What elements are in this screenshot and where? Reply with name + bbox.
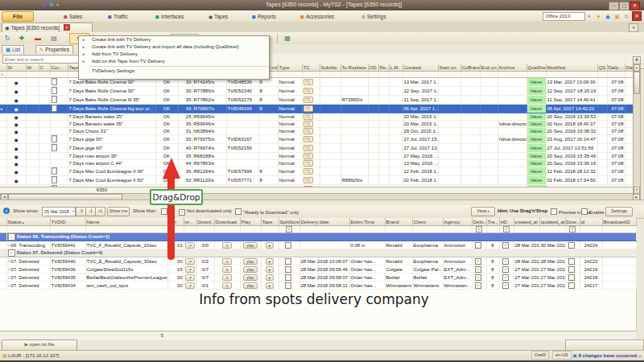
column-header[interactable]: CoBrand: [460, 64, 480, 72]
filter-row[interactable]: ✕✕✕✕: [0, 226, 636, 233]
filter-clear-icon[interactable]: ✕: [503, 226, 510, 232]
column-header[interactable]: re...: [184, 218, 196, 226]
play-button[interactable]: play: [243, 266, 257, 273]
quick-access-icons[interactable]: ◆◈▾: [42, 1, 61, 8]
filter-cell[interactable]: ✕: [499, 226, 514, 233]
filter-cell[interactable]: [385, 226, 412, 233]
column-header[interactable]: HD: [499, 218, 514, 226]
menu-item-create-link-import[interactable]: ●Create link with TV Delivery and import…: [79, 43, 269, 51]
theme-selector[interactable]: Office 2013: [543, 12, 585, 21]
tape-row[interactable]: ◉7 Days giga 40"OK40R76974/sTVID52156Nor…: [0, 144, 633, 153]
tape-button[interactable]: ▸: [266, 274, 275, 281]
filter-cell[interactable]: [486, 226, 499, 233]
refresh-icon[interactable]: ↻: [2, 34, 13, 43]
column-header[interactable]: Client: [412, 218, 443, 226]
menu-interfaces[interactable]: ◼Interfaces: [155, 13, 184, 21]
filter-cell[interactable]: [497, 72, 526, 78]
tape-row[interactable]: ◉7 Days Choco 31"OK31N63894/sNormalTC29 …: [0, 128, 633, 135]
download-button[interactable]: ∨: [222, 242, 232, 249]
column-header[interactable]: W: [26, 64, 39, 72]
filter-cell[interactable]: [602, 226, 636, 233]
checkbox-icon[interactable]: [551, 208, 557, 215]
checkbox-icon[interactable]: [568, 242, 575, 249]
filter-cell[interactable]: ✕: [279, 226, 299, 233]
filter-cell[interactable]: [480, 72, 497, 78]
filter-ready-checkbox[interactable]: "Ready to Download" only: [235, 208, 299, 215]
column-header[interactable]: End on: [480, 64, 497, 72]
filter-cell[interactable]: [184, 226, 196, 233]
filter-cell[interactable]: [539, 226, 565, 233]
tc-badge[interactable]: TC: [303, 128, 314, 134]
group-row[interactable]: −Status 06. Transcoding (Status Count=1): [0, 233, 636, 241]
column-header[interactable]: Tra...: [486, 218, 499, 226]
panel-corner-button[interactable]: [565, 339, 644, 351]
tc-badge[interactable]: TC: [303, 145, 314, 151]
column-header[interactable]: Delivery date: [299, 218, 349, 226]
column-header[interactable]: Subtitle: [320, 64, 341, 72]
tc-badge[interactable]: TC: [303, 105, 314, 112]
delivery-row[interactable]: ▪ 07. DeliveredTVID59435BetfairBestOddso…: [0, 274, 636, 282]
refresh-icon[interactable]: ↻: [622, 12, 630, 21]
tape-button[interactable]: ▸: [266, 258, 275, 265]
column-header[interactable]: Name: [85, 218, 167, 226]
help-icon[interactable]: ◉: [604, 12, 612, 21]
filter-cell[interactable]: [625, 72, 633, 78]
column-header[interactable]: L.M.: [389, 64, 402, 72]
tc-badge[interactable]: TC: [303, 177, 314, 183]
column-header[interactable]: Downl...: [196, 218, 214, 226]
filter-cell[interactable]: [85, 226, 167, 233]
collapse-icon[interactable]: −: [8, 249, 15, 257]
menu-item-create-link[interactable]: ●Create link with TV Delivery: [79, 36, 269, 43]
column-header[interactable]: C: [39, 64, 50, 72]
filter-cell[interactable]: [607, 72, 625, 78]
column-header[interactable]: Play: [240, 218, 261, 226]
menu-sales[interactable]: ◼Sales: [63, 13, 82, 21]
export-grid-icon[interactable]: ▦: [282, 34, 293, 43]
tape-row[interactable]: ◉7 Days Baraeto wake 25"OK25R59645/sNorm…: [0, 113, 633, 121]
column-header[interactable]: OD: [368, 64, 378, 72]
checkbox-icon[interactable]: [502, 274, 509, 281]
column-header[interactable]: QuaSheet: [526, 64, 546, 72]
checkbox-icon[interactable]: [581, 208, 588, 215]
checkbox-icon[interactable]: [475, 266, 481, 273]
filter-cell[interactable]: [50, 72, 68, 78]
lamp-icon[interactable]: ✦: [594, 12, 602, 21]
filter-cell[interactable]: [50, 226, 85, 233]
column-header[interactable]: id: [580, 218, 602, 226]
column-header[interactable]: SplitScreen: [279, 218, 299, 226]
play-button[interactable]: play: [243, 242, 257, 249]
changes-dropdown-icon[interactable]: ▾: [639, 354, 641, 358]
combo-arrow-icon[interactable]: ▾: [585, 12, 593, 21]
column-header[interactable]: updated_at: [539, 218, 565, 226]
date-input[interactable]: 25 Mar 2018▾: [42, 207, 76, 216]
checkbox-icon[interactable]: [285, 274, 291, 281]
search-input[interactable]: [2, 55, 83, 64]
checkbox-icon[interactable]: [285, 258, 291, 265]
filter-cell[interactable]: [240, 226, 261, 233]
close-button[interactable]: ✕: [630, 2, 640, 10]
open-external-button[interactable]: ↗: [185, 242, 195, 249]
column-header[interactable]: TVDID: [50, 218, 85, 226]
filter-not-downloaded-checkbox[interactable]: Not downloaded only: [179, 208, 232, 216]
column-header[interactable]: Archive: [497, 64, 526, 72]
filter-cell[interactable]: [26, 72, 39, 78]
menu-item-add-on-tape[interactable]: ●Add on this Tape from TV Delivery: [79, 58, 269, 65]
tape-row[interactable]: ◉7 Days max airport C 44"OK44R67863/sNor…: [0, 160, 633, 167]
checkbox-icon[interactable]: [285, 266, 291, 273]
open-txt-file-button[interactable]: ▶ open txt file: [2, 339, 77, 351]
filter-cell[interactable]: [302, 72, 320, 78]
column-header[interactable]: [0, 64, 6, 72]
scroll-thumb[interactable]: [634, 72, 640, 94]
open-external-button[interactable]: ↗: [185, 258, 195, 265]
menu-traffic[interactable]: ◼Traffic: [107, 13, 128, 21]
filter-cell[interactable]: [597, 72, 607, 78]
checkbox-icon[interactable]: [568, 274, 575, 281]
tape-row[interactable]: ◉7 Days Bake Rolls Cinema III 35"OK35R77…: [0, 96, 633, 105]
filter-cell[interactable]: [261, 226, 279, 233]
filter-cell[interactable]: [580, 226, 602, 233]
menu-reports[interactable]: ◼Reports: [251, 13, 276, 21]
mdi-close-icon[interactable]: ✕: [632, 11, 642, 21]
checkbox-icon[interactable]: [475, 258, 481, 265]
tabstrip-close-icon[interactable]: ✕: [629, 23, 638, 32]
filter-cell[interactable]: [6, 72, 26, 78]
